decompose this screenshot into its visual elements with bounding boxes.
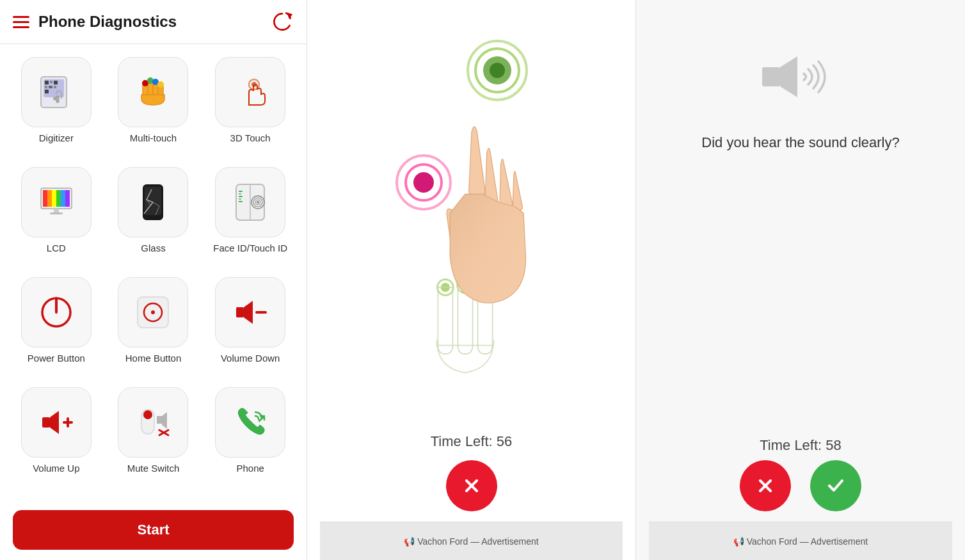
3dtouch-label: 3D Touch bbox=[230, 132, 271, 143]
green-target-circle bbox=[465, 38, 529, 102]
svg-rect-24 bbox=[54, 209, 59, 212]
svg-rect-22 bbox=[61, 190, 65, 207]
lcd-label: LCD bbox=[47, 243, 66, 253]
svg-point-58 bbox=[490, 63, 505, 78]
x-icon bbox=[460, 474, 483, 497]
volumedown-icon bbox=[230, 292, 271, 333]
svg-rect-8 bbox=[54, 86, 56, 88]
svg-rect-34 bbox=[239, 198, 241, 200]
homebutton-label: Home Button bbox=[125, 353, 182, 364]
homebutton-icon bbox=[132, 292, 173, 333]
svg-rect-35 bbox=[239, 201, 243, 202]
3dtouch-icon bbox=[230, 72, 271, 113]
svg-rect-28 bbox=[145, 187, 161, 215]
time-left-right: Time Left: 58 bbox=[760, 437, 841, 454]
header: Phone Diagnostics bbox=[0, 0, 307, 44]
grid-item-glass[interactable]: Glass bbox=[110, 167, 197, 267]
phone-icon bbox=[230, 402, 271, 443]
svg-rect-52 bbox=[157, 416, 162, 424]
digitizer-icon bbox=[36, 72, 77, 113]
svg-rect-19 bbox=[47, 190, 52, 207]
grid-item-3dtouch[interactable]: 3D Touch bbox=[207, 57, 294, 157]
middle-action-buttons bbox=[446, 460, 497, 511]
3dtouch-icon-box bbox=[215, 57, 285, 127]
svg-rect-70 bbox=[762, 67, 780, 86]
right-action-buttons bbox=[740, 460, 861, 511]
middle-panel: Time Left: 56 📢 Vachon Ford — Advertisem… bbox=[307, 0, 636, 560]
lcd-icon-box bbox=[21, 167, 92, 237]
digitizer-icon-box bbox=[21, 57, 92, 127]
grid-item-homebutton[interactable]: Home Button bbox=[110, 277, 197, 377]
volumeup-icon-box bbox=[21, 387, 92, 458]
grid-item-faceid[interactable]: Face ID/Touch ID bbox=[207, 167, 294, 267]
hand-illustration bbox=[376, 105, 568, 348]
svg-point-13 bbox=[157, 81, 164, 88]
svg-rect-4 bbox=[50, 81, 52, 83]
speaker-icon bbox=[737, 38, 865, 115]
sound-question: Did you hear the sound clearly? bbox=[701, 134, 899, 151]
faceid-icon-box bbox=[215, 167, 285, 237]
grid-item-powerbutton[interactable]: Power Button bbox=[13, 277, 100, 377]
svg-point-44 bbox=[151, 310, 155, 314]
ad-text-right: 📢 Vachon Ford — Advertisement bbox=[733, 536, 868, 547]
phone-icon-box bbox=[215, 387, 285, 458]
grid-item-mute[interactable]: Mute Switch bbox=[110, 387, 197, 487]
start-button[interactable]: Start bbox=[13, 510, 294, 550]
svg-rect-6 bbox=[45, 86, 47, 88]
svg-rect-20 bbox=[52, 190, 56, 207]
refresh-icon[interactable] bbox=[271, 10, 294, 33]
app-title: Phone Diagnostics bbox=[38, 13, 262, 31]
cancel-button-middle[interactable] bbox=[446, 460, 497, 511]
faceid-icon bbox=[230, 182, 271, 223]
svg-rect-47 bbox=[42, 417, 50, 428]
mute-icon bbox=[132, 402, 173, 443]
svg-rect-45 bbox=[236, 307, 244, 317]
svg-rect-5 bbox=[54, 81, 58, 84]
svg-point-51 bbox=[143, 410, 152, 419]
right-bottom: Time Left: 58 📢 Vachon Ford — Advertisem… bbox=[649, 437, 952, 560]
multitouch-icon-box bbox=[118, 57, 188, 127]
svg-rect-32 bbox=[239, 193, 241, 195]
svg-rect-23 bbox=[65, 190, 70, 207]
yes-button[interactable] bbox=[810, 460, 861, 511]
svg-rect-9 bbox=[45, 90, 49, 93]
right-panel: Did you hear the sound clearly? Time Lef… bbox=[636, 0, 965, 560]
left-panel: Phone Diagnostics bbox=[0, 0, 307, 560]
grid-item-lcd[interactable]: LCD bbox=[13, 167, 100, 267]
svg-marker-0 bbox=[287, 13, 292, 19]
homebutton-icon-box bbox=[118, 277, 188, 348]
ad-banner-right: 📢 Vachon Ford — Advertisement bbox=[649, 522, 952, 560]
faceid-label: Face ID/Touch ID bbox=[213, 243, 287, 253]
mute-icon-box bbox=[118, 387, 188, 458]
no-button[interactable] bbox=[740, 460, 791, 511]
grid-item-multitouch[interactable]: Multi-touch bbox=[110, 57, 197, 157]
grid-item-volumedown[interactable]: Volume Down bbox=[207, 277, 294, 377]
mute-label: Mute Switch bbox=[127, 463, 180, 474]
speaker-area: Did you hear the sound clearly? bbox=[701, 38, 899, 151]
x-icon-right bbox=[754, 474, 777, 497]
svg-rect-33 bbox=[239, 196, 243, 197]
glass-icon-box bbox=[118, 167, 188, 237]
grid-item-digitizer[interactable]: Digitizer bbox=[13, 57, 100, 157]
svg-rect-7 bbox=[49, 86, 52, 88]
svg-point-39 bbox=[257, 201, 259, 204]
powerbutton-label: Power Button bbox=[28, 353, 85, 364]
multitouch-label: Multi-touch bbox=[130, 132, 177, 143]
digitizer-label: Digitizer bbox=[39, 132, 74, 143]
diagnostic-grid: Digitizer Mult bbox=[0, 44, 307, 500]
touch-area bbox=[320, 19, 623, 433]
svg-rect-3 bbox=[45, 81, 49, 84]
grid-item-phone[interactable]: Phone bbox=[207, 387, 294, 487]
phone-label: Phone bbox=[236, 463, 264, 474]
svg-rect-18 bbox=[43, 190, 47, 207]
check-icon bbox=[824, 474, 847, 497]
menu-icon[interactable] bbox=[13, 16, 29, 28]
glass-icon bbox=[132, 182, 173, 223]
svg-rect-31 bbox=[239, 191, 243, 192]
volumeup-label: Volume Up bbox=[33, 463, 79, 474]
ad-text-middle: 📢 Vachon Ford — Advertisement bbox=[404, 536, 539, 547]
svg-rect-21 bbox=[56, 190, 61, 207]
glass-label: Glass bbox=[141, 243, 165, 253]
volumedown-label: Volume Down bbox=[221, 353, 280, 364]
grid-item-volumeup[interactable]: Volume Up bbox=[13, 387, 100, 487]
